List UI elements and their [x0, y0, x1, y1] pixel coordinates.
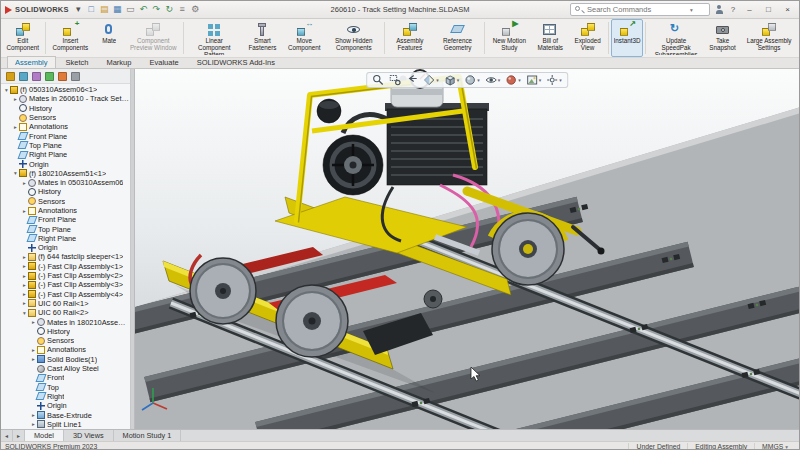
tree-item[interactable]: ▸ Annotations — [1, 206, 130, 215]
ribbon-button-reference-geometry[interactable]: Reference Geometry — [433, 19, 482, 57]
tab-nav-prev-icon[interactable]: ◂ — [1, 430, 13, 441]
zoom-to-area-button[interactable] — [389, 74, 401, 86]
tree-item[interactable]: ▸ Base-Extrude — [1, 410, 130, 419]
tree-item[interactable]: Origin — [1, 401, 130, 410]
tree-expand-arrow[interactable]: ▸ — [21, 282, 28, 288]
tree-item[interactable]: Front Plane — [1, 215, 130, 224]
tree-item[interactable]: Right Plane — [1, 234, 130, 243]
tree-item[interactable]: History — [1, 187, 130, 196]
user-account-icon[interactable] — [714, 5, 724, 15]
caret-down-icon[interactable]: ▾ — [518, 77, 521, 83]
ribbon-button-assembly-features[interactable]: Assembly Features — [387, 19, 433, 57]
ribbon-button-update-speedpak[interactable]: ↻ Update SpeedPak Subassemblies — [648, 19, 704, 57]
close-button[interactable]: × — [780, 5, 795, 14]
tree-expand-arrow[interactable]: ▸ — [21, 254, 28, 260]
help-button[interactable]: ? — [728, 5, 738, 14]
tree-expand-arrow[interactable]: ▸ — [30, 356, 37, 362]
configurationmanager-tab[interactable] — [32, 72, 41, 81]
caret-down-icon[interactable]: ▾ — [539, 77, 542, 83]
ribbon-button-insert-components[interactable]: + Insert Components — [48, 19, 94, 57]
section-view-button[interactable]: ▾ — [423, 74, 439, 86]
tree-item[interactable]: Top — [1, 383, 130, 392]
tab-motion-study-1[interactable]: Motion Study 1 — [114, 430, 182, 441]
ribbon-button-show-hidden-components[interactable]: Show Hidden Components — [326, 19, 382, 57]
ribbon-button-large-assembly-settings[interactable]: Large Assembly Settings — [741, 19, 797, 57]
command-search-box[interactable]: ▾ — [570, 3, 710, 16]
viewport-3d-scene[interactable] — [135, 69, 799, 429]
edit-appearance-button[interactable]: ▾ — [505, 74, 521, 86]
ribbon-button-bill-of-materials[interactable]: Bill of Materials — [531, 19, 569, 57]
panel-tab-overflow[interactable] — [71, 72, 80, 81]
tree-item[interactable]: Front — [1, 373, 130, 382]
tree-expand-arrow[interactable]: ▸ — [21, 263, 28, 269]
tree-item[interactable]: ▸ Annotations — [1, 345, 130, 354]
print-document-button[interactable]: ▭ — [124, 3, 137, 16]
tree-item[interactable]: Right Plane — [1, 150, 130, 159]
apply-scene-button[interactable]: ▾ — [526, 74, 542, 86]
options-button[interactable]: ⚙ — [189, 3, 202, 16]
tree-expand-arrow[interactable]: ▸ — [30, 319, 37, 325]
tree-expand-arrow[interactable]: ▸ — [30, 412, 37, 418]
tree-expand-arrow[interactable]: ▾ — [12, 170, 19, 176]
graphics-viewport[interactable]: ▾ ▾ ▾ ▾ ▾ — [135, 69, 799, 429]
menu-expand-button[interactable]: ▾ — [72, 3, 85, 16]
tree-item[interactable]: ▾ UIC 60 Rail<2> — [1, 308, 130, 317]
caret-down-icon[interactable]: ▾ — [436, 77, 439, 83]
hide-show-items-button[interactable]: ▾ — [485, 74, 501, 86]
zoom-to-fit-button[interactable] — [372, 74, 384, 86]
status-units[interactable]: MMGS ▾ — [754, 443, 795, 450]
tree-item[interactable]: Sensors — [1, 336, 130, 345]
ribbon-button-instant3d[interactable]: ↗ Instant3D — [611, 19, 643, 57]
tree-item[interactable]: Front Plane — [1, 131, 130, 140]
tab-model[interactable]: Model — [25, 430, 64, 441]
caret-down-icon[interactable]: ▾ — [498, 77, 501, 83]
featuremanager-tab[interactable] — [6, 72, 15, 81]
propertymanager-tab[interactable] — [19, 72, 28, 81]
tab-assembly[interactable]: Assembly — [7, 56, 56, 68]
tree-item[interactable]: ▸ Mates in 260610 - Track Setting Machin… — [1, 94, 130, 103]
tree-expand-arrow[interactable]: ▾ — [21, 310, 28, 316]
tree-expand-arrow[interactable]: ▸ — [21, 208, 28, 214]
ribbon-button-edit-component[interactable]: Edit Component — [3, 19, 43, 57]
tree-item[interactable]: ▸ Annotations — [1, 122, 130, 131]
tree-item[interactable]: Origin — [1, 159, 130, 168]
tab-3d-views[interactable]: 3D Views — [64, 430, 114, 441]
tree-item[interactable]: Sensors — [1, 113, 130, 122]
tree-item[interactable]: Sensors — [1, 197, 130, 206]
save-document-button[interactable]: ▦ — [111, 3, 124, 16]
tree-item[interactable]: ▸ (-) Fast Clip Assembly<2> — [1, 271, 130, 280]
tree-item[interactable]: ▸ Mates in 180210Assem51 — [1, 317, 130, 326]
ribbon-button-mate[interactable]: Mate — [93, 19, 125, 57]
new-document-button[interactable]: □ — [85, 3, 98, 16]
ribbon-button-take-snapshot[interactable]: Take Snapshot — [704, 19, 741, 57]
ribbon-button-component-preview-window[interactable]: Component Preview Window — [125, 19, 181, 57]
tree-item[interactable]: ▸ Mates in 050310Assem06 — [1, 178, 130, 187]
caret-down-icon[interactable]: ▾ — [559, 77, 562, 83]
tab-nav-next-icon[interactable]: ▸ — [13, 430, 25, 441]
tree-expand-arrow[interactable]: ▸ — [12, 96, 19, 102]
tree-expand-arrow[interactable]: ▸ — [30, 421, 37, 427]
tree-expand-arrow[interactable]: ▸ — [21, 180, 28, 186]
tree-expand-arrow[interactable]: ▸ — [21, 300, 28, 306]
ribbon-button-new-motion-study[interactable]: ▶ New Motion Study — [487, 19, 531, 57]
tree-expand-arrow[interactable]: ▸ — [12, 124, 19, 130]
view-settings-button[interactable]: ▾ — [546, 74, 562, 86]
tree-expand-arrow[interactable]: ▸ — [21, 273, 28, 279]
ribbon-button-move-component[interactable]: ↔ Move Component — [283, 19, 326, 57]
caret-down-icon[interactable]: ▾ — [457, 77, 460, 83]
tree-item[interactable]: ▸ UIC 60 Rail<1> — [1, 299, 130, 308]
tree-item[interactable]: Origin — [1, 243, 130, 252]
displaymanager-tab[interactable] — [58, 72, 67, 81]
tree-item[interactable]: ▸ (f) 644 fastclip sleeper<1> — [1, 252, 130, 261]
previous-view-button[interactable] — [406, 74, 418, 86]
minimize-button[interactable]: – — [742, 5, 757, 14]
redo-button[interactable]: ↷ — [150, 3, 163, 16]
ribbon-button-linear-component-pattern[interactable]: Linear Component Pattern — [186, 19, 242, 57]
maximize-button[interactable]: □ — [761, 5, 776, 14]
display-style-button[interactable]: ▾ — [464, 74, 480, 86]
open-document-button[interactable]: ▤ — [98, 3, 111, 16]
tree-item[interactable]: History — [1, 327, 130, 336]
rebuild-button[interactable]: ↻ — [163, 3, 176, 16]
caret-down-icon[interactable]: ▾ — [477, 77, 480, 83]
tree-item[interactable]: ▸ (-) Fast Clip Assembly<1> — [1, 262, 130, 271]
